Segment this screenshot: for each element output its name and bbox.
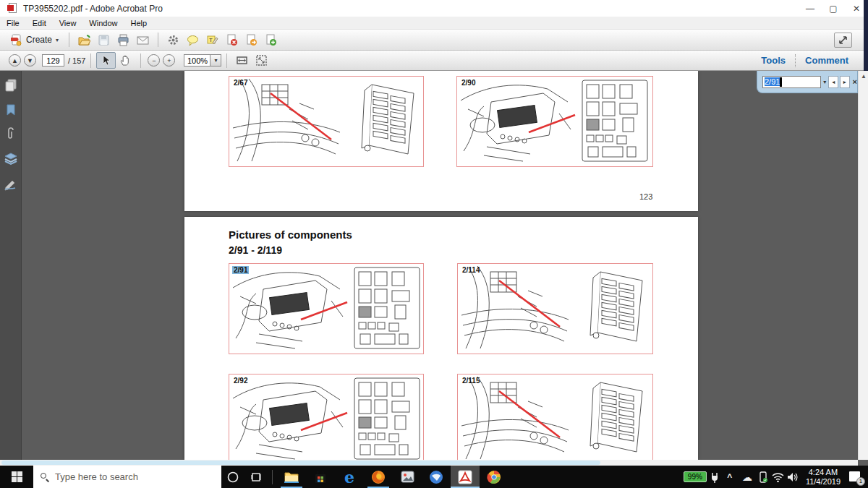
taskbar-clock[interactable]: 4:24 AM 11/4/2019 [801,468,845,487]
figure-2-67: 2/67 [229,76,424,167]
delete-page-icon [226,34,238,46]
delete-pages-button[interactable] [222,32,242,48]
find-close-icon[interactable]: × [853,77,857,86]
fit-page-button[interactable] [252,52,271,69]
battery-indicator[interactable]: 99% [684,471,707,482]
find-history-dropdown-icon[interactable]: ▾ [823,79,826,85]
figure-label: 2/114 [461,266,481,274]
figure-artwork [459,265,652,353]
page-number-input[interactable] [42,54,64,67]
attachments-panel-button[interactable] [4,127,18,142]
menu-window[interactable]: Window [82,19,124,27]
vertical-scrollbar[interactable]: ▲ [858,71,868,460]
email-button[interactable] [133,32,153,48]
taskbar-chrome[interactable] [480,466,509,488]
figure-label: 2/115 [461,377,481,385]
image-viewer-icon [401,471,414,483]
find-input[interactable]: 2/91 [762,76,821,88]
document-viewport[interactable]: 2/67 [22,71,858,460]
action-center-button[interactable]: 1 [848,470,864,484]
taskbar-microsoft-store[interactable] [306,466,335,488]
open-file-button[interactable] [75,32,94,48]
save-icon [98,34,110,46]
acrobat-app-icon [7,3,18,14]
speaker-icon[interactable] [787,472,799,482]
page-total-label: / 157 [68,56,85,65]
previous-page-button[interactable]: ▲ [9,54,21,67]
component-illustration [230,265,424,353]
taskbar-file-explorer[interactable] [277,466,306,488]
system-tray: 99% ^ ☁ 4:24 AM 11/4/2019 1 [684,468,868,487]
bookmarks-panel-button[interactable] [4,103,18,117]
comment-button[interactable]: Comment [796,55,858,66]
chevron-down-icon: ▾ [56,37,59,43]
page-number-text: 123 [639,192,652,201]
taskbar-thunderbird[interactable] [422,466,451,488]
horizontal-scrollbar[interactable] [0,460,858,466]
fit-page-icon [255,54,268,67]
menu-view[interactable]: View [53,19,83,27]
layers-panel-button[interactable] [4,152,18,166]
menu-edit[interactable]: Edit [26,19,53,27]
zoom-dropdown-button[interactable]: ▾ [210,54,221,67]
firefox-icon [371,470,386,484]
create-button[interactable]: Create ▾ [5,32,64,48]
print-button[interactable] [114,32,133,48]
tray-overflow-chevron-icon[interactable]: ^ [723,472,737,482]
taskbar-image-viewer[interactable] [393,466,422,488]
figure-artwork [230,265,424,353]
signatures-panel-button[interactable] [4,176,18,191]
extract-page-icon [245,34,258,46]
component-illustration [230,375,424,460]
menu-help[interactable]: Help [124,19,153,27]
text-cursor [780,77,782,87]
taskbar-firefox[interactable] [364,466,393,488]
notification-badge: 1 [856,477,865,486]
scrolling-mode-button[interactable] [232,52,252,69]
next-page-button[interactable]: ▼ [24,54,36,67]
task-view-button[interactable] [244,466,268,488]
scroll-up-icon[interactable]: ▲ [859,71,868,81]
find-next-button[interactable]: ▸ [840,76,850,88]
taskbar-acrobat[interactable] [451,466,480,488]
pdf-page-123: 2/67 [184,71,698,211]
your-phone-icon[interactable] [757,471,769,483]
screen-edge-strip [864,0,868,71]
resize-toolbar-button[interactable] [834,33,852,48]
onedrive-cloud-icon[interactable]: ☁ [740,471,754,483]
search-icon [41,473,49,481]
start-button[interactable] [0,466,33,488]
highlight-text-button[interactable]: T [203,32,222,48]
hand-tool-button[interactable] [116,52,135,69]
email-icon [137,34,149,46]
horizontal-scrollbar-thumb[interactable] [1,461,600,465]
paperclip-icon [4,127,18,142]
section-heading: Pictures of components [229,228,352,241]
select-tool-button[interactable] [96,52,116,69]
minimize-button[interactable]: — [799,0,822,17]
zoom-out-button[interactable]: − [148,54,160,67]
zoom-in-button[interactable]: + [163,54,175,67]
find-previous-button[interactable]: ◂ [828,76,838,88]
menu-bar: File Edit View Window Help ✕ [0,17,868,30]
cortana-button[interactable] [221,466,244,488]
task-view-icon [250,471,262,483]
taskbar-edge[interactable]: e [335,466,364,488]
thunderbird-icon [429,470,443,484]
save-button[interactable] [94,32,114,48]
store-icon [314,471,327,484]
zoom-level-value[interactable]: 100% [184,54,210,67]
maximize-button[interactable]: ▢ [822,0,845,17]
page-thumbnails-panel-button[interactable] [4,78,18,93]
extract-pages-button[interactable] [242,32,261,48]
insert-pages-button[interactable] [261,32,281,48]
tools-button[interactable]: Tools [752,55,795,66]
find-bar: 2/91 ▾ ◂ ▸ × [757,71,858,93]
comment-bubble-button[interactable] [183,32,203,48]
taskbar-search-box[interactable]: Type here to search [33,466,221,488]
wifi-icon[interactable] [772,472,784,482]
open-folder-icon [78,34,90,46]
settings-button[interactable] [163,32,183,48]
menu-file[interactable]: File [0,19,26,27]
title-bar: TP3955202.pdf - Adobe Acrobat Pro — ▢ ✕ [0,0,868,17]
